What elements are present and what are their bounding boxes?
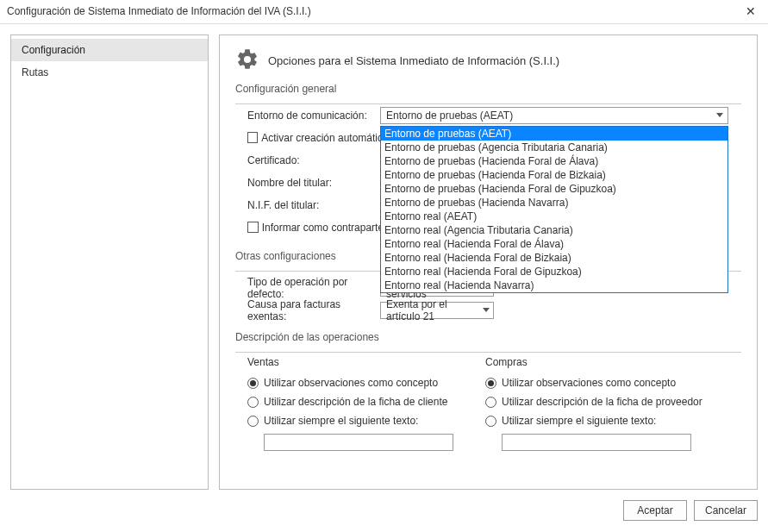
compras-opt1-label: Utilizar observaciones como concepto [502,377,676,389]
section-title-general: Configuración general [235,83,741,95]
ventas-column: Ventas Utilizar observaciones como conce… [247,356,485,451]
sidebar-item-configuracion[interactable]: Configuración [11,39,208,61]
entorno-value: Entorno de pruebas (AEAT) [386,110,513,122]
causa-label: Causa para facturas exentas: [235,298,380,322]
nif-label: N.I.F. del titular: [235,199,380,211]
compras-heading: Compras [485,356,723,368]
radio-icon [485,416,496,427]
entorno-option[interactable]: Entorno real (Hacienda Navarra) [381,279,727,292]
window-title: Configuración de Sistema Inmediato de In… [7,5,311,17]
radio-icon [247,416,259,427]
chevron-down-icon [481,304,491,317]
informar-label: Informar como contraparte [262,222,380,234]
informar-checkbox[interactable] [247,222,259,233]
causa-value: Exenta por el artículo 21 [386,298,481,322]
ventas-opt3[interactable]: Utilizar siempre el siguiente texto: [247,411,485,430]
entorno-option[interactable]: Entorno real (Agencia Tributaria Canaria… [381,223,727,237]
tipo-label: Tipo de operación por defecto: [235,276,380,300]
section-general: Configuración general Entorno de comunic… [235,83,741,238]
entorno-option[interactable]: Entorno de pruebas (Hacienda Foral de Bi… [381,168,727,182]
entorno-option[interactable]: Entorno de pruebas (Hacienda Foral de Ál… [381,154,727,168]
compras-column: Compras Utilizar observaciones como conc… [485,356,723,451]
activar-checkbox[interactable] [247,132,258,143]
sidebar-item-label: Rutas [22,66,48,78]
chevron-down-icon [714,109,726,122]
entorno-label: Entorno de comunicación: [235,110,380,122]
compras-opt3-label: Utilizar siempre el siguiente texto: [502,415,656,427]
divider [235,352,741,353]
radio-icon [247,378,259,389]
entorno-option[interactable]: Entorno real (Hacienda Foral de Gipuzkoa… [381,265,727,279]
radio-icon [247,397,259,408]
compras-opt2-label: Utilizar descripción de la ficha de prov… [502,396,702,408]
compras-opt3[interactable]: Utilizar siempre el siguiente texto: [485,411,723,430]
entorno-option[interactable]: Entorno de pruebas (Hacienda Navarra) [381,196,727,210]
page-title: Opciones para el Sistema Inmediato de In… [268,54,559,67]
ventas-opt2[interactable]: Utilizar descripción de la ficha de clie… [247,392,485,411]
main-panel: Opciones para el Sistema Inmediato de In… [219,34,758,490]
causa-select[interactable]: Exenta por el artículo 21 [380,302,494,319]
certificado-label: Certificado: [235,154,380,166]
sidebar-item-rutas[interactable]: Rutas [11,61,208,84]
radio-icon [485,397,496,408]
entorno-option[interactable]: Entorno real (Hacienda Foral de Bizkaia) [381,251,727,265]
gear-icon [235,47,259,74]
entorno-option[interactable]: Entorno de pruebas (Hacienda Foral de Gi… [381,182,727,196]
section-title-descripcion: Descripción de las operaciones [235,331,741,343]
nombre-label: Nombre del titular: [235,177,380,189]
ventas-opt2-label: Utilizar descripción de la ficha de clie… [264,396,447,408]
entorno-dropdown-list[interactable]: Entorno de pruebas (AEAT)Entorno de prue… [380,126,728,293]
radio-icon [485,378,496,389]
compras-text-input[interactable] [502,434,691,451]
close-icon[interactable]: ✕ [740,3,761,20]
entorno-option[interactable]: Entorno de pruebas (AEAT) [381,127,727,141]
section-descripcion: Descripción de las operaciones Ventas Ut… [235,331,741,451]
ventas-opt3-label: Utilizar siempre el siguiente texto: [264,415,418,427]
entorno-option[interactable]: Entorno real (Hacienda Foral de Álava) [381,237,727,251]
ventas-text-input[interactable] [264,434,453,451]
cancel-button[interactable]: Cancelar [694,500,758,521]
ventas-opt1[interactable]: Utilizar observaciones como concepto [247,373,485,392]
dialog-footer: Aceptar Cancelar [0,500,768,531]
activar-label: Activar creación automática [261,132,380,144]
entorno-option[interactable]: Entorno real (AEAT) [381,210,727,223]
ventas-opt1-label: Utilizar observaciones como concepto [264,377,438,389]
accept-button[interactable]: Aceptar [623,500,687,521]
entorno-option[interactable]: Entorno de pruebas (Agencia Tributaria C… [381,141,727,154]
title-bar: Configuración de Sistema Inmediato de In… [0,0,768,24]
compras-opt1[interactable]: Utilizar observaciones como concepto [485,373,723,392]
compras-opt2[interactable]: Utilizar descripción de la ficha de prov… [485,392,723,411]
ventas-heading: Ventas [247,356,485,368]
sidebar: Configuración Rutas [10,34,209,490]
sidebar-item-label: Configuración [22,44,85,56]
entorno-select[interactable]: Entorno de pruebas (AEAT) [380,107,728,124]
